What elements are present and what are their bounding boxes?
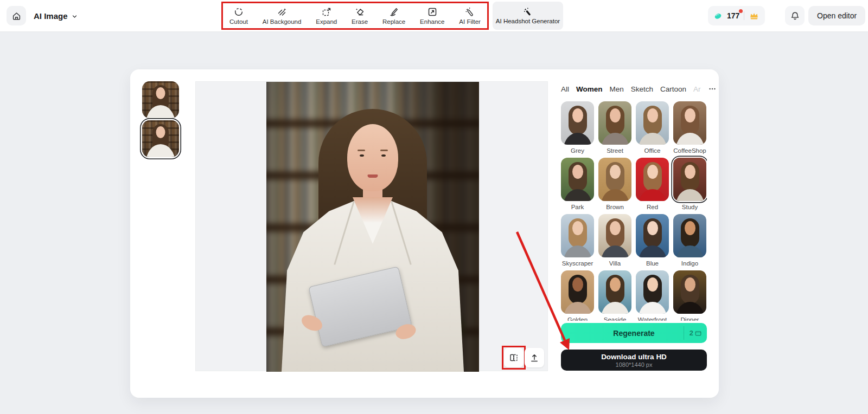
style-preset-study[interactable]: Study (673, 158, 706, 214)
credits-pill[interactable]: 177 (708, 6, 765, 25)
tool-cutout[interactable]: Cutout (229, 7, 248, 25)
preset-label: Office (636, 147, 669, 154)
download-label: Download ultra HD (601, 353, 667, 361)
tab-cartoon[interactable]: Cartoon (660, 85, 686, 93)
style-preset-seaside[interactable]: Seaside (598, 270, 631, 321)
tool-enhance[interactable]: Enhance (420, 7, 444, 25)
canvas-area (195, 81, 548, 371)
preset-thumbnail (561, 101, 594, 145)
style-preset-blue[interactable]: Blue (636, 214, 669, 270)
preset-thumbnail (673, 270, 706, 314)
preset-thumbnail (673, 158, 706, 201)
tool-expand[interactable]: Expand (316, 7, 337, 25)
preset-label: Study (673, 203, 706, 211)
compare-button[interactable] (504, 348, 524, 367)
erase-icon (354, 7, 365, 17)
style-preset-waterfront[interactable]: Waterfront (636, 270, 669, 321)
tab-sketch[interactable]: Sketch (631, 85, 653, 93)
preset-label: Golden (561, 316, 594, 321)
notifications-button[interactable] (785, 6, 805, 25)
subject-face (347, 124, 398, 191)
generated-thumbnail-1[interactable] (142, 81, 179, 118)
divider (744, 11, 744, 20)
export-button[interactable] (525, 348, 544, 367)
ai-headshot-generator-label: AI Headshot Generator (496, 18, 560, 24)
bell-icon (790, 11, 800, 21)
upload-icon (529, 352, 540, 363)
style-preset-coffeeshop[interactable]: CoffeeShop (673, 101, 706, 158)
expand-icon (321, 7, 332, 17)
tool-erase[interactable]: Erase (352, 7, 368, 25)
regenerate-cost: 2 (684, 326, 702, 340)
preset-label: Blue (636, 260, 669, 267)
open-editor-button[interactable]: Open editor (808, 6, 865, 25)
preset-label: Waterfront (636, 316, 669, 321)
style-preset-street[interactable]: Street (598, 101, 631, 158)
tab-all[interactable]: All (561, 85, 569, 93)
preset-label: Seaside (598, 316, 631, 321)
preset-thumbnail (636, 214, 669, 257)
tab-women[interactable]: Women (576, 85, 603, 93)
app-window: AI Image CutoutAI BackgoundExpandEraseRe… (0, 0, 868, 414)
tool-label: Erase (352, 18, 368, 25)
style-preset-grey[interactable]: Grey (561, 101, 594, 158)
tool-label: AI Filter (459, 18, 481, 25)
preset-label: Red (636, 203, 669, 211)
preset-thumbnail (598, 270, 631, 314)
credit-cost-icon (694, 329, 702, 337)
cutout-icon (233, 7, 244, 17)
tab-ar[interactable]: Ar (693, 85, 701, 93)
download-ultra-hd-button[interactable]: Download ultra HD 1080*1440 px (561, 350, 707, 371)
enhance-icon (427, 7, 438, 17)
preset-label: Grey (561, 147, 594, 154)
style-category-tabs: AllWomenMenSketchCartoonAr (561, 85, 707, 93)
generated-headshot-image (266, 82, 479, 372)
annotation-box-toolbar: CutoutAI BackgoundExpandEraseReplaceEnha… (221, 2, 489, 30)
style-preset-park[interactable]: Park (561, 158, 594, 214)
preset-thumbnail (673, 101, 706, 145)
tab-men[interactable]: Men (610, 85, 624, 93)
preset-label: Skyscraper (561, 260, 594, 267)
preset-label: Indigo (673, 260, 706, 267)
notification-dot (739, 9, 743, 13)
style-preset-grid: GreyStreetOfficeCoffeeShopParkBrownRedSt… (561, 101, 707, 321)
style-preset-skyscraper[interactable]: Skyscraper (561, 214, 594, 270)
tool-ai-background[interactable]: AI Backgound (263, 7, 302, 25)
preset-label: Villa (598, 260, 631, 267)
top-bar: AI Image CutoutAI BackgoundExpandEraseRe… (0, 0, 868, 32)
preset-thumbnail (636, 101, 669, 145)
preset-thumbnail (561, 270, 594, 314)
style-preset-red[interactable]: Red (636, 158, 669, 214)
style-preset-indigo[interactable]: Indigo (673, 214, 706, 270)
more-tabs-icon[interactable] (708, 85, 717, 93)
preset-label: Dinner (673, 316, 706, 321)
tool-ai-filter[interactable]: AI Filter (459, 7, 481, 25)
chevron-down-icon (71, 12, 79, 21)
ai-image-nav[interactable]: AI Image (34, 0, 79, 31)
magic-wand-icon (523, 7, 533, 17)
style-preset-villa[interactable]: Villa (598, 214, 631, 270)
preset-label: Street (598, 147, 631, 154)
preset-thumbnail (561, 214, 594, 257)
ai-headshot-generator-button[interactable]: AI Headshot Generator (493, 2, 563, 30)
tool-label: Expand (316, 18, 337, 25)
regenerate-button[interactable]: Regenerate 2 (561, 323, 707, 343)
home-button[interactable] (7, 6, 26, 25)
tool-label: AI Backgound (263, 18, 302, 25)
generated-thumbnail-2[interactable] (142, 120, 179, 157)
compare-icon (508, 352, 519, 363)
style-preset-dinner[interactable]: Dinner (673, 270, 706, 321)
tool-label: Replace (382, 18, 405, 25)
generated-thumbnails-rail (142, 81, 179, 157)
style-preset-office[interactable]: Office (636, 101, 669, 158)
tool-replace[interactable]: Replace (382, 7, 405, 25)
preset-label: Park (561, 203, 594, 211)
preset-label: Brown (598, 203, 631, 211)
editor-card: AllWomenMenSketchCartoonAr GreyStreetOff… (130, 69, 719, 398)
style-preset-golden[interactable]: Golden (561, 270, 594, 321)
style-preset-brown[interactable]: Brown (598, 158, 631, 214)
preset-label: CoffeeShop (673, 147, 706, 154)
preset-thumbnail (598, 101, 631, 145)
tool-label: Enhance (420, 18, 444, 25)
credit-coin-icon (713, 11, 723, 21)
